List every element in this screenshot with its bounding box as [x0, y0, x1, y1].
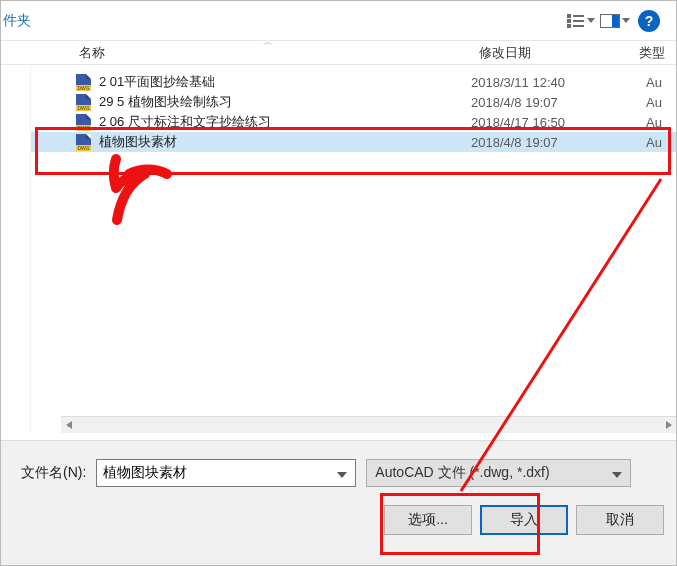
file-row-selected[interactable]: 植物图块素材 2018/4/8 19:07 Au	[31, 132, 676, 152]
file-type: Au	[646, 75, 676, 90]
filename-combobox[interactable]	[96, 459, 356, 487]
file-name: 2 01平面图抄绘基础	[99, 73, 215, 91]
dwg-file-icon	[76, 114, 91, 131]
scroll-left-icon[interactable]	[61, 417, 78, 434]
dialog-bottom-panel: 文件名(N): AutoCAD 文件 (*.dwg, *.dxf) 选项... …	[1, 440, 676, 565]
dialog-toolbar: 件夹 ?	[1, 1, 676, 41]
sort-ascending-icon: ︿	[263, 35, 273, 49]
caret-down-icon	[622, 18, 630, 23]
chevron-down-icon[interactable]	[333, 466, 351, 481]
svg-rect-5	[573, 25, 584, 27]
svg-rect-0	[567, 14, 571, 18]
file-open-dialog: 件夹 ? ︿ 名称 修改日期 类型	[0, 0, 677, 566]
import-button[interactable]: 导入	[480, 505, 568, 535]
file-list-area: 2 01平面图抄绘基础 2018/3/11 12:40 Au 29 5 植物图块…	[1, 65, 676, 433]
svg-rect-7	[612, 15, 619, 27]
file-date: 2018/4/8 19:07	[471, 95, 646, 110]
chevron-down-icon[interactable]	[608, 465, 626, 481]
help-button[interactable]: ?	[632, 6, 666, 36]
filetype-combobox[interactable]: AutoCAD 文件 (*.dwg, *.dxf)	[366, 459, 631, 487]
file-row[interactable]: 2 01平面图抄绘基础 2018/3/11 12:40 Au	[31, 72, 676, 92]
file-name: 2 06 尺寸标注和文字抄绘练习	[99, 113, 271, 131]
cancel-button[interactable]: 取消	[576, 505, 664, 535]
file-type: Au	[646, 95, 676, 110]
file-type: Au	[646, 115, 676, 130]
help-icon: ?	[638, 10, 660, 32]
scroll-right-icon[interactable]	[659, 417, 676, 434]
nav-strip	[1, 65, 31, 433]
file-name: 29 5 植物图块绘制练习	[99, 93, 232, 111]
file-date: 2018/3/11 12:40	[471, 75, 646, 90]
svg-rect-3	[573, 15, 584, 17]
file-row[interactable]: 2 06 尺寸标注和文字抄绘练习 2018/4/17 16:50 Au	[31, 112, 676, 132]
file-name: 植物图块素材	[99, 133, 177, 151]
preview-pane-button[interactable]	[598, 6, 632, 36]
file-row[interactable]: 29 5 植物图块绘制练习 2018/4/8 19:07 Au	[31, 92, 676, 112]
column-headers: ︿ 名称 修改日期 类型	[1, 41, 676, 65]
column-header-type[interactable]: 类型	[631, 44, 676, 62]
filetype-value: AutoCAD 文件 (*.dwg, *.dxf)	[375, 464, 608, 482]
options-button[interactable]: 选项...	[384, 505, 472, 535]
file-date: 2018/4/8 19:07	[471, 135, 646, 150]
svg-rect-1	[567, 19, 571, 23]
file-list[interactable]: 2 01平面图抄绘基础 2018/3/11 12:40 Au 29 5 植物图块…	[31, 65, 676, 433]
svg-rect-2	[567, 24, 571, 28]
file-type: Au	[646, 135, 676, 150]
svg-rect-4	[573, 20, 584, 22]
dwg-file-icon	[76, 134, 91, 151]
file-date: 2018/4/17 16:50	[471, 115, 646, 130]
caret-down-icon	[587, 18, 595, 23]
filename-input[interactable]	[103, 465, 333, 481]
column-header-date[interactable]: 修改日期	[471, 44, 631, 62]
dwg-file-icon	[76, 74, 91, 91]
filename-label: 文件名(N):	[21, 464, 86, 482]
dwg-file-icon	[76, 94, 91, 111]
toolbar-title-fragment: 件夹	[3, 12, 31, 30]
horizontal-scrollbar[interactable]	[61, 416, 676, 433]
view-mode-button[interactable]	[564, 6, 598, 36]
